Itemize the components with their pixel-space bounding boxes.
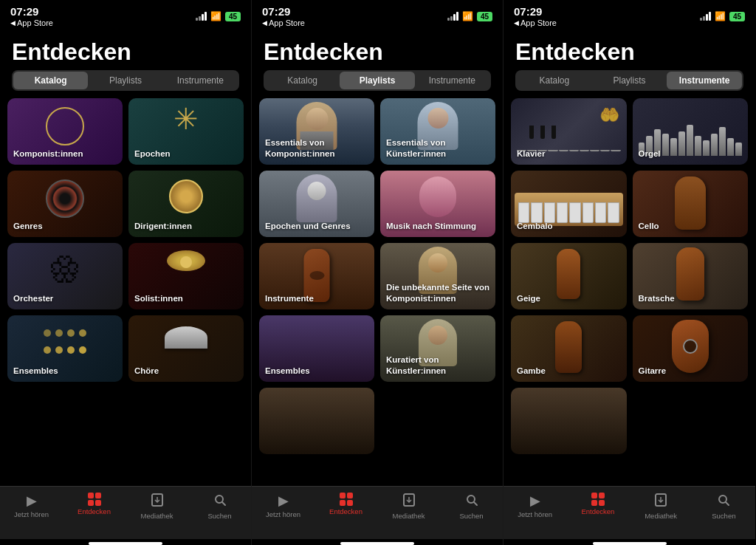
- search-icon: [464, 493, 479, 510]
- grid-item-2[interactable]: Genres: [7, 171, 123, 237]
- home-indicator: [340, 542, 414, 545]
- grid-item-label: Gambe: [517, 366, 621, 377]
- grid-item-7[interactable]: Gitarre: [633, 315, 749, 382]
- tab-item-entdecken[interactable]: Entdecken: [315, 493, 377, 515]
- segment-tab-playlists[interactable]: Playlists: [88, 72, 162, 89]
- segment-tab-playlists[interactable]: Playlists: [340, 72, 414, 89]
- tab-bar: ▶Jetzt hörenEntdeckenMediathekSuchen: [252, 486, 503, 539]
- grid-item-0[interactable]: Komponist:innen: [7, 98, 123, 165]
- grid-item-6[interactable]: Ensembles: [259, 315, 374, 382]
- grid-item-5[interactable]: Die unbekannte Seite von Komponist:innen: [380, 243, 495, 309]
- segment-tab-instrumente[interactable]: Instrumente: [667, 72, 742, 89]
- search-icon: [213, 493, 227, 510]
- segment-tab-katalog[interactable]: Katalog: [517, 72, 592, 89]
- grid-item-label: Orchester: [13, 293, 117, 304]
- grid-item-5[interactable]: Bratsche: [633, 243, 749, 309]
- grid-item-8[interactable]: [259, 388, 374, 454]
- grid-2col: Essentials von Komponist:innen Essential…: [259, 98, 495, 454]
- status-left: 07:29 ◀App Store: [10, 5, 53, 27]
- home-indicator: [593, 542, 667, 545]
- back-button[interactable]: ◀App Store: [10, 18, 53, 27]
- status-bar: 07:29 ◀App Store 📶 45: [252, 0, 503, 32]
- page-title: Entdecken: [504, 32, 755, 70]
- svg-line-11: [726, 502, 729, 505]
- tab-item-entdecken[interactable]: Entdecken: [63, 493, 126, 515]
- grid-item-0[interactable]: Essentials von Komponist:innen: [259, 98, 374, 165]
- phone-panel-panel-playlists: 07:29 ◀App Store 📶 45 EntdeckenKatalogPl…: [252, 0, 504, 545]
- battery-badge: 45: [729, 12, 745, 21]
- status-bar: 07:29 ◀App Store 📶 45: [504, 0, 755, 32]
- segment-tab-katalog[interactable]: Katalog: [265, 72, 340, 89]
- grid-item-1[interactable]: Essentials von Künstler:innen: [380, 98, 495, 165]
- grid-2col: Komponist:innen✳EpochenGenresDirigent:in…: [7, 98, 244, 382]
- tab-item-entdecken[interactable]: Entdecken: [566, 493, 629, 515]
- wifi-icon: 📶: [715, 11, 726, 21]
- grid-item-label: Klavier: [517, 148, 621, 160]
- grid-item-label: Solist:innen: [134, 293, 238, 304]
- signal-icon: [447, 12, 458, 21]
- grid-item-label: Geige: [517, 293, 621, 304]
- segment-tab-playlists[interactable]: Playlists: [592, 72, 667, 89]
- tab-item-jetzt-hören[interactable]: ▶Jetzt hören: [252, 493, 315, 518]
- grid-item-1[interactable]: Orgel: [633, 98, 749, 165]
- tab-item-jetzt-hören[interactable]: ▶Jetzt hören: [504, 493, 566, 518]
- tab-label: Jetzt hören: [518, 510, 552, 518]
- tab-label: Entdecken: [329, 507, 362, 515]
- grid-item-4[interactable]: 🏵Orchester: [7, 243, 123, 309]
- grid-item-8[interactable]: [511, 388, 627, 454]
- grid-item-0[interactable]: 🤲Klavier: [511, 98, 627, 165]
- grid-item-label: Kuratiert von Künstler:innen: [386, 354, 489, 377]
- segment-control: KatalogPlaylistsInstrumente: [12, 70, 239, 91]
- grid-item-1[interactable]: ✳Epochen: [128, 98, 244, 165]
- grid-item-2[interactable]: Epochen und Genres: [259, 171, 374, 237]
- grid-item-6[interactable]: Ensembles: [7, 315, 123, 382]
- phone-panel-panel-katalog: 07:29 ◀App Store 📶 45 EntdeckenKatalogPl…: [0, 0, 252, 545]
- tab-item-suchen[interactable]: Suchen: [440, 493, 503, 520]
- wifi-icon: 📶: [462, 11, 473, 21]
- grid-item-6[interactable]: Gambe: [511, 315, 627, 382]
- battery-badge: 45: [477, 12, 492, 21]
- grid-item-label: Chöre: [134, 366, 238, 377]
- signal-icon: [700, 12, 711, 21]
- back-button[interactable]: ◀App Store: [262, 18, 305, 27]
- status-left: 07:29 ◀App Store: [514, 5, 557, 27]
- grid-item-3[interactable]: Dirigent:innen: [128, 171, 244, 237]
- grid-item-label: Bratsche: [639, 293, 743, 304]
- tab-item-jetzt-hören[interactable]: ▶Jetzt hören: [0, 493, 63, 518]
- play-icon: ▶: [530, 493, 540, 509]
- segment-tab-katalog[interactable]: Katalog: [13, 72, 88, 89]
- grid-item-label: Ensembles: [265, 366, 368, 377]
- tab-item-mediathek[interactable]: Mediathek: [630, 493, 693, 520]
- tab-bar: ▶Jetzt hörenEntdeckenMediathekSuchen: [0, 486, 251, 539]
- tab-item-suchen[interactable]: Suchen: [188, 493, 251, 520]
- tab-label: Mediathek: [645, 512, 677, 520]
- grid-item-4[interactable]: Geige: [511, 243, 627, 309]
- tab-item-mediathek[interactable]: Mediathek: [377, 493, 440, 520]
- segment-control: KatalogPlaylistsInstrumente: [264, 70, 491, 91]
- segment-tab-instrumente[interactable]: Instrumente: [163, 72, 238, 89]
- home-indicator: [89, 542, 162, 545]
- segment-tab-instrumente[interactable]: Instrumente: [415, 72, 489, 89]
- svg-line-7: [474, 502, 477, 505]
- grid-item-7[interactable]: Kuratiert von Künstler:innen: [380, 315, 495, 382]
- grid-item-3[interactable]: Cello: [633, 171, 749, 237]
- grid-item-5[interactable]: Solist:innen: [128, 243, 244, 309]
- status-time: 07:29: [514, 5, 557, 18]
- tab-label: Suchen: [712, 512, 735, 520]
- grid-item-4[interactable]: Instrumente: [259, 243, 374, 309]
- svg-line-3: [222, 502, 225, 505]
- segment-control: KatalogPlaylistsInstrumente: [515, 70, 743, 91]
- search-icon: [716, 493, 731, 510]
- grid-item-7[interactable]: Chöre: [128, 315, 244, 382]
- tab-label: Mediathek: [141, 512, 173, 520]
- grid-item-label: Essentials von Künstler:innen: [386, 137, 489, 160]
- discover-icon: [340, 493, 353, 506]
- back-button[interactable]: ◀App Store: [514, 18, 557, 27]
- grid-item-label: Komponist:innen: [13, 148, 117, 160]
- grid-item-label: Genres: [13, 221, 117, 232]
- tab-item-mediathek[interactable]: Mediathek: [126, 493, 188, 520]
- tab-item-suchen[interactable]: Suchen: [693, 493, 755, 520]
- grid-item-2[interactable]: Cembalo: [511, 171, 627, 237]
- grid-item-3[interactable]: Musik nach Stimmung: [380, 171, 495, 237]
- battery-badge: 45: [225, 12, 241, 21]
